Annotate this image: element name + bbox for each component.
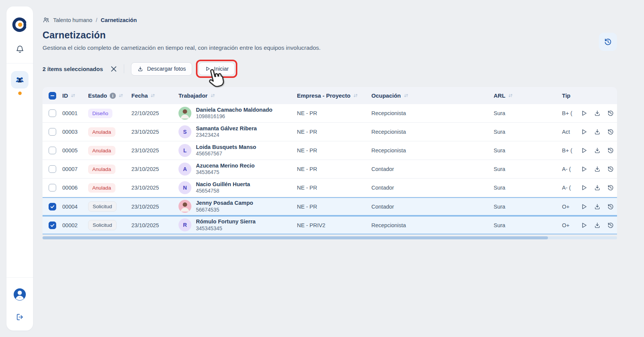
avatar: A — [178, 163, 191, 176]
sort-icon — [404, 93, 409, 98]
cell-id: 00004 — [62, 204, 88, 210]
status-badge: Anulada — [88, 127, 115, 137]
start-button[interactable]: Iniciar — [199, 62, 235, 75]
carnetizacion-table: ID Estado i Fecha Trabajador Empre — [43, 87, 617, 239]
column-header-arl[interactable]: ARL — [494, 92, 562, 99]
column-header-empresa[interactable]: Empresa - Proyecto — [297, 92, 371, 99]
row-download-icon[interactable] — [593, 222, 601, 229]
row-download-icon[interactable] — [593, 147, 601, 154]
row-checkbox[interactable] — [49, 128, 56, 136]
row-start-icon[interactable] — [580, 203, 588, 210]
row-download-icon[interactable] — [593, 165, 601, 173]
worker-name: Samanta Gálvez Ribera — [196, 125, 257, 132]
cell-trabajador: L Loida Busquets Manso 456567567 — [178, 144, 297, 158]
row-checkbox[interactable] — [49, 165, 56, 173]
row-start-icon[interactable] — [580, 147, 588, 154]
clear-selection-button[interactable] — [110, 66, 117, 72]
selection-toolbar: 2 ítems seleccionados Descargar fotos — [43, 60, 617, 77]
row-checkbox[interactable] — [49, 184, 56, 191]
row-history-icon[interactable] — [607, 128, 614, 136]
logout-icon[interactable] — [16, 313, 24, 321]
cell-ocupacion: Recepcionista — [371, 110, 494, 116]
worker-name: Jenny Posada Campo — [196, 199, 253, 207]
user-avatar[interactable] — [12, 287, 27, 302]
cell-empresa: NE - PRIV2 — [297, 222, 371, 228]
cell-trabajador: R Rómulo Fortuny Sierra 345345345 — [178, 218, 297, 232]
cell-trabajador: Jenny Posada Campo 56674535 — [178, 199, 297, 214]
row-history-icon[interactable] — [607, 184, 614, 191]
row-checkbox[interactable] — [49, 203, 56, 210]
worker-document: 23423424 — [196, 132, 257, 139]
people-group-icon — [15, 75, 25, 85]
cell-arl: Sura — [494, 185, 562, 191]
table-row: 00001 Diseño 22/10/2025 Daniela Camacho … — [43, 104, 617, 123]
row-start-icon[interactable] — [580, 165, 588, 173]
column-header-id[interactable]: ID — [62, 92, 88, 99]
sidebar-item-talento-humano[interactable] — [11, 71, 28, 89]
column-header-ocupacion[interactable]: Ocupación — [371, 92, 494, 99]
row-checkbox[interactable] — [49, 147, 56, 154]
row-history-icon[interactable] — [607, 222, 614, 229]
history-button[interactable] — [599, 33, 617, 51]
row-history-icon[interactable] — [607, 109, 614, 117]
cell-fecha: 23/10/2025 — [131, 222, 178, 228]
cell-ocupacion: Recepcionista — [371, 222, 494, 228]
info-icon[interactable]: i — [110, 93, 116, 99]
breadcrumb: Talento humano / Carnetización — [43, 16, 617, 24]
sidebar-bottom-divider — [6, 277, 33, 278]
cell-id: 00002 — [62, 222, 88, 228]
notifications-bell-icon[interactable] — [15, 44, 25, 54]
download-photos-button[interactable]: Descargar fotos — [131, 62, 192, 76]
row-history-icon[interactable] — [607, 165, 614, 173]
sort-icon — [118, 93, 123, 98]
cell-empresa: NE - PR — [297, 129, 371, 135]
history-icon — [603, 37, 612, 46]
row-download-icon[interactable] — [593, 203, 601, 210]
row-checkbox[interactable] — [49, 222, 56, 229]
annotation-highlight-box: Iniciar — [196, 60, 238, 78]
breadcrumb-current[interactable]: Carnetización — [101, 17, 137, 23]
cell-id: 00007 — [62, 166, 88, 172]
row-checkbox[interactable] — [49, 109, 56, 117]
main-content: Talento humano / Carnetización Carnetiza… — [43, 6, 638, 331]
cell-fecha: 23/10/2025 — [131, 166, 178, 172]
scrollbar-thumb[interactable] — [43, 236, 548, 239]
sort-icon — [353, 93, 358, 98]
row-start-icon[interactable] — [580, 109, 588, 117]
download-icon — [137, 66, 144, 72]
row-start-icon[interactable] — [580, 222, 588, 229]
toolbar-divider — [124, 64, 124, 73]
row-start-icon[interactable] — [580, 184, 588, 191]
row-download-icon[interactable] — [593, 128, 601, 136]
breadcrumb-section[interactable]: Talento humano — [53, 17, 92, 23]
status-badge: Anulada — [88, 165, 115, 174]
row-history-icon[interactable] — [607, 203, 614, 210]
row-actions — [580, 203, 617, 210]
cell-empresa: NE - PR — [297, 147, 371, 153]
cell-ocupacion: Contador — [371, 204, 494, 210]
cell-tipo: B+ ( — [562, 147, 580, 153]
column-header-estado[interactable]: Estado i — [88, 92, 131, 99]
breadcrumb-separator: / — [96, 17, 97, 23]
row-download-icon[interactable] — [593, 184, 601, 191]
row-start-icon[interactable] — [580, 128, 588, 136]
row-download-icon[interactable] — [593, 109, 601, 117]
cell-arl: Sura — [494, 129, 562, 135]
cell-tipo: A- ( — [562, 166, 580, 172]
status-badge: Anulada — [88, 146, 115, 155]
select-all-checkbox[interactable] — [49, 92, 56, 100]
row-actions — [580, 184, 617, 191]
column-header-tipo[interactable]: Tip — [562, 92, 580, 99]
column-header-fecha[interactable]: Fecha — [131, 92, 178, 99]
sort-icon — [210, 93, 215, 98]
cell-empresa: NE - PR — [297, 110, 371, 116]
row-history-icon[interactable] — [607, 147, 614, 154]
page-subtitle: Gestiona el ciclo completo de carnetizac… — [43, 44, 617, 51]
table-row: 00002 Solicitud 23/10/2025 R Rómulo Fort… — [43, 216, 617, 234]
table-body: 00001 Diseño 22/10/2025 Daniela Camacho … — [43, 104, 617, 234]
worker-name: Nacio Guillén Huerta — [196, 181, 250, 188]
cell-arl: Sura — [494, 166, 562, 172]
avatar: L — [178, 144, 191, 157]
column-header-trabajador[interactable]: Trabajador — [178, 92, 297, 99]
cell-ocupacion: Recepcionista — [371, 129, 494, 135]
